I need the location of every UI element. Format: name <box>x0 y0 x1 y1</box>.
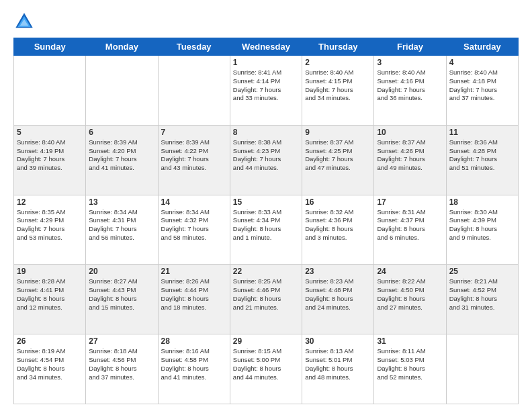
calendar-cell: 21Sunrise: 8:26 AM Sunset: 4:44 PM Dayli… <box>158 265 230 334</box>
calendar-cell: 7Sunrise: 8:39 AM Sunset: 4:22 PM Daylig… <box>158 125 230 195</box>
calendar-header-friday: Friday <box>374 38 446 56</box>
calendar-cell: 1Sunrise: 8:41 AM Sunset: 4:14 PM Daylig… <box>230 56 302 126</box>
calendar-cell <box>158 56 230 126</box>
day-number: 20 <box>89 267 154 276</box>
calendar-cell: 23Sunrise: 8:23 AM Sunset: 4:48 PM Dayli… <box>302 265 374 334</box>
day-info: Sunrise: 8:21 AM Sunset: 4:52 PM Dayligh… <box>449 277 515 312</box>
calendar-cell: 22Sunrise: 8:25 AM Sunset: 4:46 PM Dayli… <box>230 265 302 334</box>
logo-icon <box>13 11 35 32</box>
calendar-cell: 11Sunrise: 8:36 AM Sunset: 4:28 PM Dayli… <box>446 125 518 195</box>
calendar-cell: 10Sunrise: 8:37 AM Sunset: 4:26 PM Dayli… <box>374 125 446 195</box>
day-info: Sunrise: 8:33 AM Sunset: 4:34 PM Dayligh… <box>233 208 299 242</box>
day-info: Sunrise: 8:28 AM Sunset: 4:41 PM Dayligh… <box>17 277 83 312</box>
day-info: Sunrise: 8:37 AM Sunset: 4:26 PM Dayligh… <box>377 138 443 173</box>
day-number: 17 <box>377 197 443 207</box>
calendar-header-thursday: Thursday <box>302 38 374 56</box>
day-number: 29 <box>233 336 299 346</box>
calendar-cell: 2Sunrise: 8:40 AM Sunset: 4:15 PM Daylig… <box>302 56 374 126</box>
day-number: 14 <box>161 197 227 207</box>
day-number: 26 <box>17 336 83 346</box>
day-info: Sunrise: 8:27 AM Sunset: 4:43 PM Dayligh… <box>89 277 154 312</box>
calendar-cell: 6Sunrise: 8:39 AM Sunset: 4:20 PM Daylig… <box>86 125 158 195</box>
day-number: 10 <box>377 128 443 137</box>
day-info: Sunrise: 8:39 AM Sunset: 4:20 PM Dayligh… <box>89 138 154 173</box>
day-info: Sunrise: 8:16 AM Sunset: 4:58 PM Dayligh… <box>161 347 227 381</box>
calendar-cell: 18Sunrise: 8:30 AM Sunset: 4:39 PM Dayli… <box>446 195 518 265</box>
day-info: Sunrise: 8:22 AM Sunset: 4:50 PM Dayligh… <box>377 277 443 312</box>
day-number: 16 <box>305 197 371 207</box>
day-number: 25 <box>449 267 515 276</box>
calendar-week-row: 19Sunrise: 8:28 AM Sunset: 4:41 PM Dayli… <box>14 265 519 334</box>
calendar-cell: 25Sunrise: 8:21 AM Sunset: 4:52 PM Dayli… <box>446 265 518 334</box>
day-number: 4 <box>449 58 515 67</box>
calendar-cell: 15Sunrise: 8:33 AM Sunset: 4:34 PM Dayli… <box>230 195 302 265</box>
day-number: 19 <box>17 267 83 276</box>
day-number: 22 <box>233 267 299 276</box>
calendar-cell <box>14 56 86 126</box>
calendar-cell <box>86 56 158 126</box>
day-number: 5 <box>17 128 83 137</box>
day-info: Sunrise: 8:32 AM Sunset: 4:36 PM Dayligh… <box>305 208 371 242</box>
day-info: Sunrise: 8:34 AM Sunset: 4:31 PM Dayligh… <box>89 208 154 242</box>
calendar-cell: 13Sunrise: 8:34 AM Sunset: 4:31 PM Dayli… <box>86 195 158 265</box>
calendar-cell: 20Sunrise: 8:27 AM Sunset: 4:43 PM Dayli… <box>86 265 158 334</box>
day-number: 9 <box>305 128 371 137</box>
day-number: 1 <box>233 58 299 67</box>
day-number: 12 <box>17 197 83 207</box>
day-info: Sunrise: 8:39 AM Sunset: 4:22 PM Dayligh… <box>161 138 227 173</box>
calendar-cell: 28Sunrise: 8:16 AM Sunset: 4:58 PM Dayli… <box>158 334 230 404</box>
day-number: 21 <box>161 267 227 276</box>
day-number: 15 <box>233 197 299 207</box>
day-number: 23 <box>305 267 371 276</box>
day-number: 6 <box>89 128 154 137</box>
calendar-cell: 9Sunrise: 8:37 AM Sunset: 4:25 PM Daylig… <box>302 125 374 195</box>
calendar-cell: 8Sunrise: 8:38 AM Sunset: 4:23 PM Daylig… <box>230 125 302 195</box>
day-info: Sunrise: 8:11 AM Sunset: 5:03 PM Dayligh… <box>377 347 443 381</box>
calendar-cell: 4Sunrise: 8:40 AM Sunset: 4:18 PM Daylig… <box>446 56 518 126</box>
day-info: Sunrise: 8:26 AM Sunset: 4:44 PM Dayligh… <box>161 277 227 312</box>
day-number: 7 <box>161 128 227 137</box>
calendar-week-row: 26Sunrise: 8:19 AM Sunset: 4:54 PM Dayli… <box>14 334 519 404</box>
day-info: Sunrise: 8:13 AM Sunset: 5:01 PM Dayligh… <box>305 347 371 381</box>
day-number: 11 <box>449 128 515 137</box>
day-info: Sunrise: 8:40 AM Sunset: 4:18 PM Dayligh… <box>449 68 515 103</box>
calendar-cell: 27Sunrise: 8:18 AM Sunset: 4:56 PM Dayli… <box>86 334 158 404</box>
header <box>13 11 519 32</box>
day-info: Sunrise: 8:37 AM Sunset: 4:25 PM Dayligh… <box>305 138 371 173</box>
calendar-header-monday: Monday <box>86 38 158 56</box>
day-info: Sunrise: 8:15 AM Sunset: 5:00 PM Dayligh… <box>233 347 299 381</box>
day-number: 8 <box>233 128 299 137</box>
calendar-header-wednesday: Wednesday <box>230 38 302 56</box>
day-info: Sunrise: 8:25 AM Sunset: 4:46 PM Dayligh… <box>233 277 299 312</box>
day-info: Sunrise: 8:19 AM Sunset: 4:54 PM Dayligh… <box>17 347 83 381</box>
calendar-header-saturday: Saturday <box>446 38 518 56</box>
calendar-cell: 5Sunrise: 8:40 AM Sunset: 4:19 PM Daylig… <box>14 125 86 195</box>
day-info: Sunrise: 8:40 AM Sunset: 4:19 PM Dayligh… <box>17 138 83 173</box>
calendar-cell: 29Sunrise: 8:15 AM Sunset: 5:00 PM Dayli… <box>230 334 302 404</box>
day-info: Sunrise: 8:40 AM Sunset: 4:16 PM Dayligh… <box>377 68 443 103</box>
day-info: Sunrise: 8:38 AM Sunset: 4:23 PM Dayligh… <box>233 138 299 173</box>
day-number: 27 <box>89 336 154 346</box>
day-info: Sunrise: 8:36 AM Sunset: 4:28 PM Dayligh… <box>449 138 515 173</box>
day-info: Sunrise: 8:31 AM Sunset: 4:37 PM Dayligh… <box>377 208 443 242</box>
day-number: 2 <box>305 58 371 67</box>
calendar-cell: 24Sunrise: 8:22 AM Sunset: 4:50 PM Dayli… <box>374 265 446 334</box>
calendar-cell: 12Sunrise: 8:35 AM Sunset: 4:29 PM Dayli… <box>14 195 86 265</box>
calendar-table: SundayMondayTuesdayWednesdayThursdayFrid… <box>13 38 519 404</box>
day-info: Sunrise: 8:18 AM Sunset: 4:56 PM Dayligh… <box>89 347 154 381</box>
day-number: 28 <box>161 336 227 346</box>
day-info: Sunrise: 8:41 AM Sunset: 4:14 PM Dayligh… <box>233 68 299 103</box>
calendar-cell: 16Sunrise: 8:32 AM Sunset: 4:36 PM Dayli… <box>302 195 374 265</box>
page: SundayMondayTuesdayWednesdayThursdayFrid… <box>0 0 532 411</box>
calendar-cell: 31Sunrise: 8:11 AM Sunset: 5:03 PM Dayli… <box>374 334 446 404</box>
calendar-cell: 19Sunrise: 8:28 AM Sunset: 4:41 PM Dayli… <box>14 265 86 334</box>
day-number: 30 <box>305 336 371 346</box>
day-number: 31 <box>377 336 443 346</box>
calendar-cell: 14Sunrise: 8:34 AM Sunset: 4:32 PM Dayli… <box>158 195 230 265</box>
calendar-cell <box>446 334 518 404</box>
calendar-cell: 3Sunrise: 8:40 AM Sunset: 4:16 PM Daylig… <box>374 56 446 126</box>
calendar-week-row: 12Sunrise: 8:35 AM Sunset: 4:29 PM Dayli… <box>14 195 519 265</box>
calendar-cell: 30Sunrise: 8:13 AM Sunset: 5:01 PM Dayli… <box>302 334 374 404</box>
day-info: Sunrise: 8:23 AM Sunset: 4:48 PM Dayligh… <box>305 277 371 312</box>
calendar-week-row: 1Sunrise: 8:41 AM Sunset: 4:14 PM Daylig… <box>14 56 519 126</box>
